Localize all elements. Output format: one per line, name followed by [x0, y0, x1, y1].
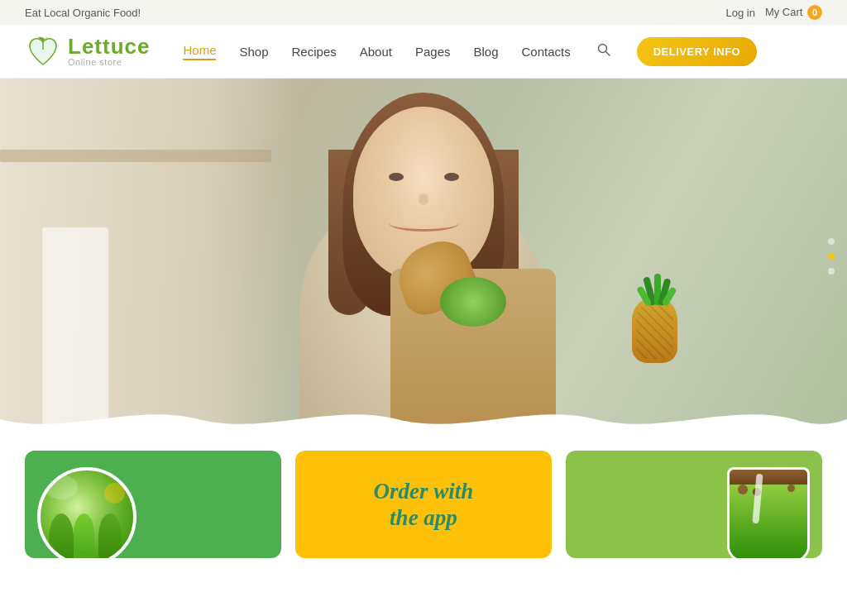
promo-card-order-app[interactable]: Order withthe app — [295, 451, 552, 558]
promo-cards-row: Order withthe app — [0, 451, 847, 558]
header: Lettuce Online store Home Shop Recipes A… — [0, 25, 847, 79]
promo-card-vegetables[interactable] — [25, 451, 281, 558]
search-button[interactable] — [594, 40, 614, 63]
nav-contacts[interactable]: Contacts — [522, 45, 571, 59]
pineapple-leaves — [630, 272, 680, 305]
logo-name-green: Le — [68, 34, 94, 59]
svg-line-2 — [605, 52, 610, 56]
top-bar: Eat Local Organic Food! Log in My Cart 0 — [0, 0, 847, 25]
top-bar-right: Log in My Cart 0 — [725, 5, 822, 20]
tagline: Eat Local Organic Food! — [25, 7, 141, 19]
logo-subtitle: Online store — [68, 57, 150, 67]
order-app-title-line1: Order withthe app — [374, 478, 474, 532]
hero-eye-left — [389, 173, 404, 181]
smoothie-jar — [727, 467, 810, 558]
nav-recipes[interactable]: Recipes — [292, 45, 337, 59]
below-hero-section: Order withthe app — [0, 434, 847, 558]
search-icon — [597, 43, 610, 56]
hero-greens — [440, 277, 506, 327]
hero-pineapple — [632, 272, 677, 363]
nav-blog[interactable]: Blog — [473, 45, 498, 59]
nav-about[interactable]: About — [360, 45, 392, 59]
logo-text: Lettuce Online store — [68, 36, 150, 67]
hero-smile — [389, 215, 459, 232]
nav-home[interactable]: Home — [183, 43, 216, 60]
veggie-circle-image — [37, 467, 136, 558]
order-app-text: Order withthe app — [366, 470, 482, 540]
main-nav: Home Shop Recipes About Pages Blog Conta… — [183, 37, 822, 66]
delivery-info-button[interactable]: DELIVERY INFO — [637, 37, 757, 66]
logo-name-dark: ttuce — [94, 34, 150, 59]
logo-icon — [25, 33, 61, 69]
cart-label: My Cart — [765, 6, 803, 18]
cart-link[interactable]: My Cart 0 — [765, 5, 822, 20]
cart-count: 0 — [807, 5, 822, 20]
hero-eye-right — [444, 173, 459, 181]
slider-dot-1[interactable] — [828, 238, 835, 245]
login-link[interactable]: Log in — [725, 7, 754, 19]
hero-wave-bottom — [0, 403, 847, 434]
hero-nose — [419, 193, 428, 205]
nav-shop[interactable]: Shop — [239, 45, 268, 59]
logo-link[interactable]: Lettuce Online store — [25, 33, 150, 69]
logo-name: Lettuce — [68, 36, 150, 57]
slider-dots — [828, 238, 835, 275]
hero-section — [0, 79, 847, 434]
slider-dot-2[interactable] — [828, 253, 835, 260]
promo-card-smoothie[interactable] — [566, 451, 822, 558]
slider-dot-3[interactable] — [828, 268, 835, 275]
nav-pages[interactable]: Pages — [415, 45, 451, 59]
